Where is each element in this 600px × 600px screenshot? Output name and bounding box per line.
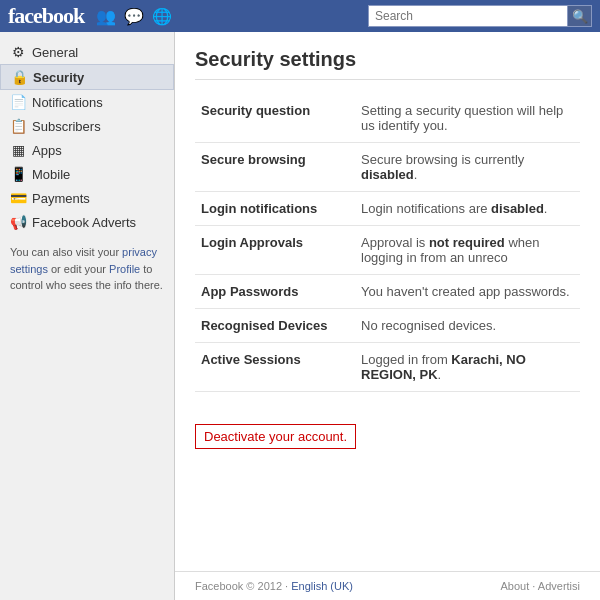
settings-row-2: Login notificationsLogin notifications a… xyxy=(195,192,580,226)
settings-value-3: Approval is not required when logging in… xyxy=(355,226,580,275)
settings-value-1: Secure browsing is currently disabled. xyxy=(355,143,580,192)
friend-requests-icon[interactable]: 👥 xyxy=(96,7,116,26)
general-icon: ⚙ xyxy=(10,44,26,60)
settings-row-1: Secure browsingSecure browsing is curren… xyxy=(195,143,580,192)
footer: Facebook © 2012 · English (UK) About · A… xyxy=(175,571,600,600)
search-button[interactable]: 🔍 xyxy=(568,5,592,27)
apps-icon: ▦ xyxy=(10,142,26,158)
sidebar-item-label-subscribers: Subscribers xyxy=(32,119,101,134)
settings-table: Security questionSetting a security ques… xyxy=(195,94,580,392)
settings-row-6: Active SessionsLogged in from Karachi, N… xyxy=(195,343,580,392)
sidebar-item-facebook-adverts[interactable]: 📢Facebook Adverts xyxy=(0,210,174,234)
topbar: facebook 👥 💬 🌐 🔍 xyxy=(0,0,600,32)
settings-label-5: Recognised Devices xyxy=(195,309,355,343)
sidebar-item-label-payments: Payments xyxy=(32,191,90,206)
mobile-icon: 📱 xyxy=(10,166,26,182)
messages-icon[interactable]: 💬 xyxy=(124,7,144,26)
sidebar-item-label-mobile: Mobile xyxy=(32,167,70,182)
notifications-icon[interactable]: 🌐 xyxy=(152,7,172,26)
settings-row-4: App PasswordsYou haven't created app pas… xyxy=(195,275,580,309)
facebook-logo: facebook xyxy=(8,3,84,29)
notifications-icon: 📄 xyxy=(10,94,26,110)
settings-label-3: Login Approvals xyxy=(195,226,355,275)
sidebar: ⚙General🔒Security📄Notifications📋Subscrib… xyxy=(0,32,175,600)
settings-label-4: App Passwords xyxy=(195,275,355,309)
settings-label-0: Security question xyxy=(195,94,355,143)
search-bar: 🔍 xyxy=(368,5,592,27)
footer-right: About · Advertisi xyxy=(501,580,581,592)
sidebar-item-label-apps: Apps xyxy=(32,143,62,158)
sidebar-item-label-notifications: Notifications xyxy=(32,95,103,110)
security-icon: 🔒 xyxy=(11,69,27,85)
language-link[interactable]: English (UK) xyxy=(291,580,353,592)
settings-row-5: Recognised DevicesNo recognised devices. xyxy=(195,309,580,343)
sidebar-item-label-general: General xyxy=(32,45,78,60)
footer-left: Facebook © 2012 · English (UK) xyxy=(195,580,353,592)
subscribers-icon: 📋 xyxy=(10,118,26,134)
content-area: Security settings Security questionSetti… xyxy=(175,32,600,600)
sidebar-item-general[interactable]: ⚙General xyxy=(0,40,174,64)
sidebar-item-label-facebook-adverts: Facebook Adverts xyxy=(32,215,136,230)
sidebar-item-label-security: Security xyxy=(33,70,84,85)
main-layout: ⚙General🔒Security📄Notifications📋Subscrib… xyxy=(0,32,600,600)
sidebar-item-security[interactable]: 🔒Security xyxy=(0,64,174,90)
sidebar-item-payments[interactable]: 💳Payments xyxy=(0,186,174,210)
sidebar-item-apps[interactable]: ▦Apps xyxy=(0,138,174,162)
search-input[interactable] xyxy=(368,5,568,27)
sidebar-item-mobile[interactable]: 📱Mobile xyxy=(0,162,174,186)
settings-value-5: No recognised devices. xyxy=(355,309,580,343)
profile-link[interactable]: Profile xyxy=(109,263,140,275)
settings-label-2: Login notifications xyxy=(195,192,355,226)
settings-value-0: Setting a security question will help us… xyxy=(355,94,580,143)
settings-label-1: Secure browsing xyxy=(195,143,355,192)
settings-value-2: Login notifications are disabled. xyxy=(355,192,580,226)
sidebar-item-notifications[interactable]: 📄Notifications xyxy=(0,90,174,114)
settings-label-6: Active Sessions xyxy=(195,343,355,392)
settings-row-3: Login ApprovalsApproval is not required … xyxy=(195,226,580,275)
settings-value-6: Logged in from Karachi, NO REGION, PK. xyxy=(355,343,580,392)
settings-row-0: Security questionSetting a security ques… xyxy=(195,94,580,143)
page-title: Security settings xyxy=(195,48,580,80)
facebook-adverts-icon: 📢 xyxy=(10,214,26,230)
deactivate-account-button[interactable]: Deactivate your account. xyxy=(195,424,356,449)
sidebar-item-subscribers[interactable]: 📋Subscribers xyxy=(0,114,174,138)
sidebar-note: You can also visit your privacy settings… xyxy=(0,234,174,304)
payments-icon: 💳 xyxy=(10,190,26,206)
settings-value-4: You haven't created app passwords. xyxy=(355,275,580,309)
